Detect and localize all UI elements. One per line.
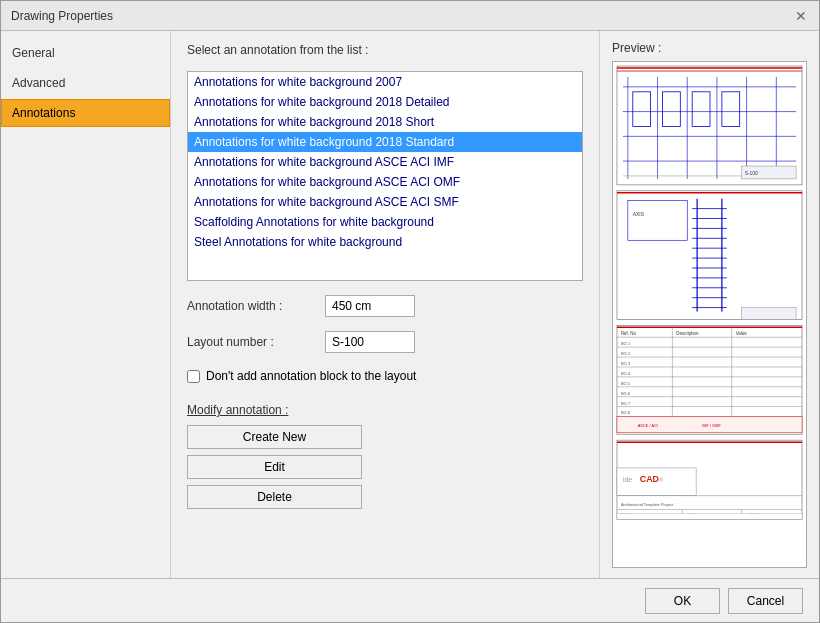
svg-rect-37 [742,308,796,320]
list-item[interactable]: Annotations for white background ASCE AC… [188,152,582,172]
svg-rect-20 [617,191,802,320]
svg-text:Ref. No: Ref. No [621,331,637,336]
preview-label: Preview : [612,41,807,55]
list-item-selected[interactable]: Annotations for white background 2018 St… [188,132,582,152]
main-content: Select an annotation from the list : Ann… [171,31,599,578]
dialog-title: Drawing Properties [11,9,113,23]
sidebar-item-annotations[interactable]: Annotations [1,99,170,127]
dialog-body: General Advanced Annotations Select an a… [1,31,819,578]
delete-button[interactable]: Delete [187,485,362,509]
modify-buttons: Create New Edit Delete [187,425,362,509]
svg-text:BO-2: BO-2 [621,351,630,356]
svg-text:BO-3: BO-3 [621,361,631,366]
dialog-footer: OK Cancel [1,578,819,622]
edit-button[interactable]: Edit [187,455,362,479]
list-item[interactable]: Annotations for white background 2018 Sh… [188,112,582,132]
svg-text:Value: Value [736,331,748,336]
sidebar-item-advanced[interactable]: Advanced [1,69,170,97]
dont-add-annotation-checkbox[interactable] [187,370,200,383]
checkbox-row: Don't add annotation block to the layout [187,369,583,383]
svg-text:BO-1: BO-1 [621,341,630,346]
svg-text:ASCE / ACI: ASCE / ACI [638,423,658,428]
preview-panel: Preview : [599,31,819,578]
svg-text:BO-4: BO-4 [621,371,631,376]
svg-text:BO-8: BO-8 [621,410,631,415]
svg-text:IMF / OMF: IMF / OMF [702,423,721,428]
annotation-width-input[interactable] [325,295,415,317]
svg-text:BO-5: BO-5 [621,381,631,386]
preview-box: S-100 [612,61,807,568]
layout-number-row: Layout number : [187,331,583,353]
annotation-width-row: Annotation width : [187,295,583,317]
annotation-width-label: Annotation width : [187,299,317,313]
cancel-button[interactable]: Cancel [728,588,803,614]
list-item[interactable]: Annotations for white background ASCE AC… [188,192,582,212]
sidebar: General Advanced Annotations [1,31,171,578]
modify-label: Modify annotation : [187,403,583,417]
create-new-button[interactable]: Create New [187,425,362,449]
svg-rect-79 [617,513,802,519]
list-item[interactable]: Annotations for white background 2007 [188,72,582,92]
preview-svg: S-100 [613,62,806,567]
list-label: Select an annotation from the list : [187,43,583,57]
annotation-list[interactable]: Annotations for white background 2007 An… [187,71,583,281]
svg-text:®: ® [660,477,664,483]
svg-text:BO-7: BO-7 [621,401,630,406]
list-item[interactable]: Annotations for white background 2018 De… [188,92,582,112]
svg-text:Architectural Template Project: Architectural Template Project [621,502,674,507]
svg-text:Description: Description [676,331,699,336]
modify-section: Modify annotation : Create New Edit Dele… [187,403,583,509]
svg-text:BO-6: BO-6 [621,391,631,396]
layout-number-label: Layout number : [187,335,317,349]
list-item[interactable]: Annotations for white background ASCE AC… [188,172,582,192]
svg-text:ide: ide [623,476,632,483]
ok-button[interactable]: OK [645,588,720,614]
svg-text:CAD: CAD [640,474,660,484]
drawing-properties-dialog: Drawing Properties ✕ General Advanced An… [0,0,820,623]
layout-number-input[interactable] [325,331,415,353]
title-bar: Drawing Properties ✕ [1,1,819,31]
list-item[interactable]: Scaffolding Annotations for white backgr… [188,212,582,232]
svg-text:S-100: S-100 [745,171,758,176]
svg-text:AXIS: AXIS [633,212,645,217]
list-item[interactable]: Steel Annotations for white background [188,232,582,252]
sidebar-item-general[interactable]: General [1,39,170,67]
checkbox-label: Don't add annotation block to the layout [206,369,416,383]
close-button[interactable]: ✕ [793,8,809,24]
